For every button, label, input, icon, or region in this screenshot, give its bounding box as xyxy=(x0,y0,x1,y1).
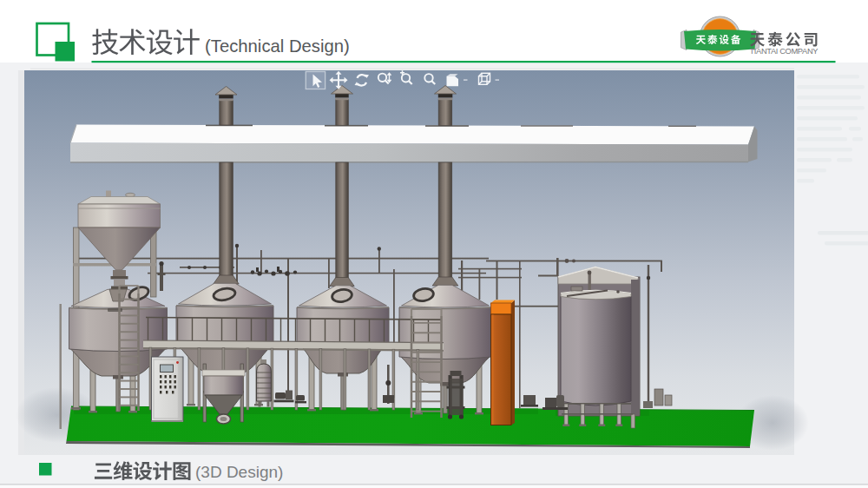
svg-text:(Technical Design): (Technical Design) xyxy=(205,36,350,56)
svg-text:TIANTAI COMPANY: TIANTAI COMPANY xyxy=(750,47,819,56)
svg-text:(3D Design): (3D Design) xyxy=(195,463,283,481)
